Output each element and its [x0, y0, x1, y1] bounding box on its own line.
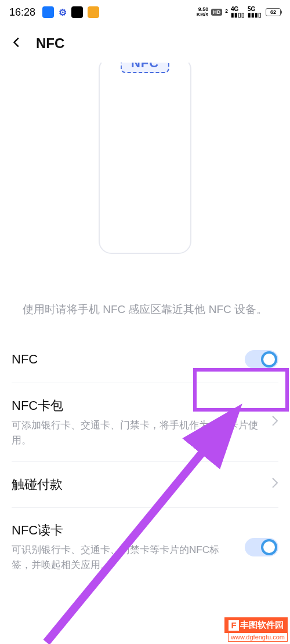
- setting-reader[interactable]: NFC读卡 可识别银行卡、交通卡、门禁卡等卡片的NFC标签，并唤起相关应用。: [12, 508, 278, 601]
- toggle-knob: [261, 539, 277, 555]
- chevron-right-icon: [271, 415, 278, 430]
- setting-nfc[interactable]: NFC: [12, 336, 278, 383]
- watermark-brand: F 丰图软件园: [224, 617, 288, 633]
- page-header: NFC: [0, 24, 290, 63]
- nfc-illustration: NFC: [0, 63, 290, 271]
- signal-4g: 4G ▮▮▯▯: [231, 6, 245, 18]
- network-speed: 9.50 KB/s: [197, 7, 209, 17]
- watermark-url: www.dgfengtu.com: [228, 633, 288, 642]
- setting-card-wallet-desc: 可添加银行卡、交通卡、门禁卡，将手机作为虚拟卡片使用。: [12, 418, 271, 447]
- status-bar: 16:28 ⚙ 9.50 KB/s HD 2 4G ▮▮▯▯ 5G ▮▮▮▯ 6…: [0, 0, 290, 24]
- setting-card-wallet[interactable]: NFC卡包 可添加银行卡、交通卡、门禁卡，将手机作为虚拟卡片使用。: [12, 383, 278, 461]
- setting-card-wallet-label: NFC卡包: [12, 397, 271, 414]
- chevron-right-icon: [271, 477, 278, 492]
- signal-5g: 5G ▮▮▮▯: [248, 6, 262, 18]
- app-icon-orange: [88, 6, 99, 18]
- phone-frame: NFC: [99, 63, 191, 254]
- settings-list: NFC NFC卡包 可添加银行卡、交通卡、门禁卡，将手机作为虚拟卡片使用。 触碰…: [0, 336, 290, 601]
- page-title: NFC: [36, 35, 64, 52]
- hint-text: 使用时请将手机 NFC 感应区靠近其他 NFC 设备。: [0, 271, 290, 336]
- back-icon[interactable]: [10, 34, 23, 53]
- nfc-badge: NFC: [121, 63, 169, 73]
- hd-badge: HD: [211, 9, 222, 16]
- setting-reader-label: NFC读卡: [12, 522, 245, 539]
- setting-nfc-label: NFC: [12, 352, 38, 367]
- battery-icon: 62: [266, 8, 281, 16]
- sim-indicator: 2: [225, 8, 228, 16]
- clock: 16:28: [9, 6, 35, 19]
- app-icon-black: [71, 6, 83, 18]
- status-right: 9.50 KB/s HD 2 4G ▮▮▯▯ 5G ▮▮▮▯ 62: [197, 6, 281, 18]
- setting-touch-pay[interactable]: 触碰付款: [12, 462, 278, 507]
- setting-touch-pay-label: 触碰付款: [12, 476, 63, 493]
- toggle-knob: [261, 351, 277, 368]
- app-icon-blue: [42, 6, 54, 18]
- setting-reader-desc: 可识别银行卡、交通卡、门禁卡等卡片的NFC标签，并唤起相关应用。: [12, 543, 245, 572]
- reader-toggle[interactable]: [245, 538, 278, 556]
- watermark: F 丰图软件园 www.dgfengtu.com: [224, 617, 288, 642]
- app-icon-paw: ⚙: [59, 7, 67, 18]
- setting-content: NFC卡包 可添加银行卡、交通卡、门禁卡，将手机作为虚拟卡片使用。: [12, 397, 271, 447]
- watermark-f-icon: F: [229, 620, 239, 631]
- setting-content: NFC读卡 可识别银行卡、交通卡、门禁卡等卡片的NFC标签，并唤起相关应用。: [12, 522, 245, 572]
- status-left: 16:28 ⚙: [9, 6, 99, 19]
- nfc-toggle[interactable]: [245, 350, 278, 369]
